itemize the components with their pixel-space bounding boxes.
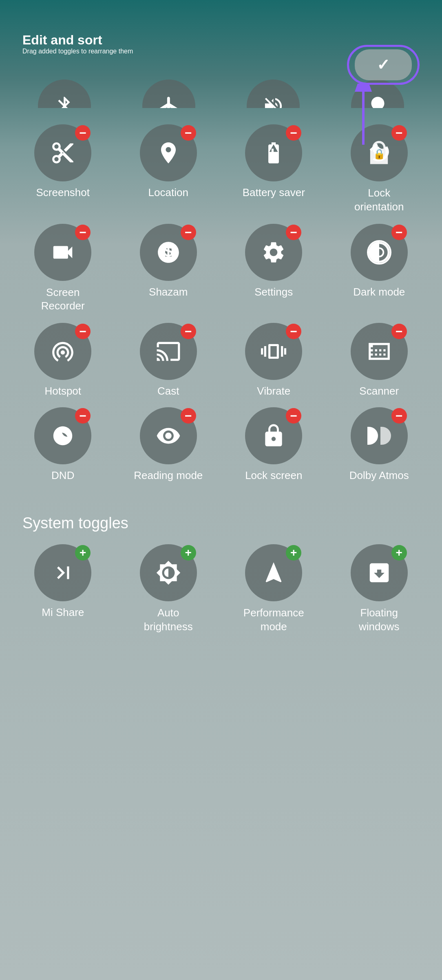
toggle-dnd[interactable]: − DND: [12, 407, 114, 482]
brightness-icon: [156, 560, 181, 585]
mute-circle: [247, 79, 300, 108]
red-minus-dark-mode[interactable]: −: [391, 225, 407, 240]
bluetooth-circle: [38, 79, 91, 108]
aeroplane-icon: [158, 95, 180, 108]
hotspot-icon: [50, 339, 75, 364]
mute-icon: [262, 95, 285, 108]
red-minus-lock-screen[interactable]: −: [286, 408, 301, 424]
done-button[interactable]: ✓: [355, 49, 412, 80]
performance-icon: [261, 560, 286, 585]
toggle-lock-screen[interactable]: − Lock screen: [223, 407, 325, 482]
toggle-dark-mode[interactable]: − Dark mode: [329, 224, 430, 313]
red-minus-scanner[interactable]: −: [391, 324, 407, 339]
page-subtitle: Drag added toggles to rearrange them: [22, 48, 133, 55]
system-toggles-section: System toggles + Mi Share + Autobrightne…: [0, 506, 442, 658]
dolby-icon: [367, 427, 391, 445]
settings-label: Settings: [254, 286, 293, 298]
eye-icon: [156, 423, 181, 448]
dark-mode-label: Dark mode: [353, 286, 405, 298]
lock-orientation-label: Lockorientation: [354, 186, 404, 214]
battery-saver-label: Battery saver: [243, 186, 305, 199]
red-minus-vibrate[interactable]: −: [286, 324, 301, 339]
toggle-screen-recorder[interactable]: − ScreenRecorder: [12, 224, 114, 313]
shazam-icon: S: [156, 240, 181, 265]
purple-arrow: [339, 84, 380, 149]
lock-icon: [261, 423, 286, 448]
toggle-battery-saver[interactable]: − Battery saver: [223, 124, 325, 214]
location-label: Location: [148, 186, 188, 199]
vibrate-label: Vibrate: [257, 385, 290, 397]
red-minus-battery[interactable]: −: [286, 125, 301, 141]
toggle-settings[interactable]: − Settings: [223, 224, 325, 313]
red-minus-reading-mode[interactable]: −: [181, 408, 196, 424]
red-minus-settings[interactable]: −: [286, 225, 301, 240]
svg-text:🔒: 🔒: [373, 148, 386, 160]
green-plus-performance-mode[interactable]: +: [286, 545, 301, 561]
vibrate-icon: [261, 339, 286, 364]
toggle-location[interactable]: − Location: [118, 124, 219, 214]
video-icon: [50, 240, 75, 265]
toggle-bluetooth[interactable]: [12, 63, 117, 108]
green-plus-auto-brightness[interactable]: +: [181, 545, 196, 561]
toggle-hotspot[interactable]: − Hotspot: [12, 323, 114, 397]
performance-mode-label: Performancemode: [243, 606, 304, 634]
toggle-shazam[interactable]: S − Shazam: [118, 224, 219, 313]
toggle-cast[interactable]: − Cast: [118, 323, 219, 397]
page-title: Edit and sort: [22, 33, 133, 48]
toggle-aeroplane[interactable]: [117, 63, 221, 108]
scissors-icon: [50, 140, 75, 166]
red-minus-dolby-atmos[interactable]: −: [391, 408, 407, 424]
floating-icon: [367, 560, 392, 585]
cast-label: Cast: [157, 385, 179, 397]
screenshot-label: Screenshot: [36, 186, 90, 199]
location-icon: [156, 140, 181, 166]
svg-text:S: S: [164, 243, 173, 260]
aeroplane-circle: [142, 79, 195, 108]
floating-windows-label: Floatingwindows: [359, 606, 400, 634]
system-toggles-grid: + Mi Share + Autobrightness + Performanc…: [0, 540, 442, 658]
auto-brightness-label: Autobrightness: [144, 606, 193, 634]
mishare-icon: [50, 560, 75, 585]
red-minus-location[interactable]: −: [181, 125, 196, 141]
battery-icon: [261, 140, 286, 166]
red-minus-cast[interactable]: −: [181, 324, 196, 339]
red-minus-shazam[interactable]: −: [181, 225, 196, 240]
toggle-scanner[interactable]: − Scanner: [329, 323, 430, 397]
moon-icon: [51, 424, 75, 448]
system-toggles-title: System toggles: [0, 506, 442, 540]
checkmark-icon: ✓: [377, 56, 390, 74]
green-plus-mishare[interactable]: +: [75, 545, 91, 561]
cast-icon: [156, 339, 181, 364]
red-minus-screen-recorder[interactable]: −: [75, 225, 91, 240]
red-minus-screenshot[interactable]: −: [75, 125, 91, 141]
green-plus-floating-windows[interactable]: +: [391, 545, 407, 561]
hotspot-label: Hotspot: [44, 385, 81, 397]
shazam-label: Shazam: [149, 286, 188, 298]
toggle-screenshot[interactable]: − Screenshot: [12, 124, 114, 214]
toggle-performance-mode[interactable]: + Performancemode: [223, 544, 325, 634]
toggle-mute[interactable]: [221, 63, 325, 108]
settings-icon: [261, 240, 286, 265]
screen-recorder-label: ScreenRecorder: [41, 286, 85, 313]
toggle-dolby-atmos[interactable]: − Dolby Atmos: [329, 407, 430, 482]
active-toggles-grid: − Screenshot − Location − Battery saver: [0, 116, 442, 490]
dnd-label: DND: [51, 469, 74, 482]
scanner-icon: [367, 339, 392, 364]
red-minus-lock-orientation[interactable]: −: [391, 125, 407, 141]
header-text: Edit and sort Drag added toggles to rear…: [22, 33, 133, 55]
toggle-floating-windows[interactable]: + Floatingwindows: [329, 544, 430, 634]
toggle-mi-share[interactable]: + Mi Share: [12, 544, 114, 634]
bluetooth-icon: [53, 95, 76, 108]
mi-share-label: Mi Share: [42, 606, 84, 619]
lock-screen-label: Lock screen: [245, 469, 302, 482]
red-minus-dnd[interactable]: −: [75, 408, 91, 424]
reading-mode-label: Reading mode: [134, 469, 203, 482]
toggle-reading-mode[interactable]: − Reading mode: [118, 407, 219, 482]
toggle-vibrate[interactable]: − Vibrate: [223, 323, 325, 397]
scanner-label: Scanner: [359, 385, 399, 397]
dolby-atmos-label: Dolby Atmos: [349, 469, 409, 482]
purple-highlight-box: ✓: [347, 45, 420, 85]
red-minus-hotspot[interactable]: −: [75, 324, 91, 339]
toggle-auto-brightness[interactable]: + Autobrightness: [118, 544, 219, 634]
